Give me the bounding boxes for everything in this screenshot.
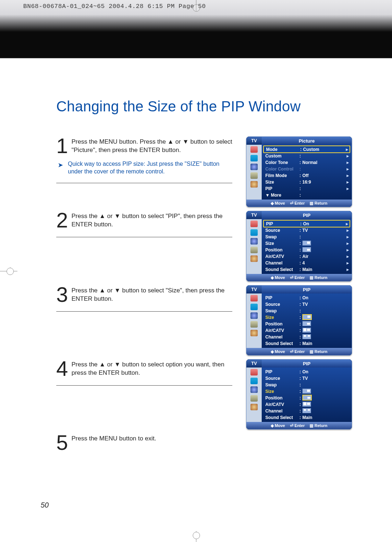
osd-menu-row: Color Control:▸ — [263, 166, 350, 172]
step-row: 5 Press the MENU button to exit. — [56, 433, 352, 452]
divider — [56, 311, 232, 312]
step-number: 1 — [56, 136, 69, 155]
crop-mark — [193, 532, 200, 539]
size-option-icon — [302, 334, 311, 339]
osd-menu: PIP:On Source:TV Swap: Size: Position: A… — [262, 293, 352, 348]
crop-mark — [193, 4, 200, 12]
osd-menu-row: Sound Select:Main — [263, 340, 350, 347]
osd-menu-row: Swap: — [263, 308, 350, 314]
osd-menu-row: Position: — [263, 321, 350, 327]
osd-menu-row: Channel: — [263, 408, 350, 414]
osd-tv-label: TV — [246, 211, 262, 219]
osd-menu-row: Air/CATV:Air▸ — [263, 253, 350, 260]
arrow-icon: ➤ — [58, 161, 63, 169]
osd-menu-row: Custom:▸ — [263, 153, 350, 159]
osd-menu-row: PIP:On▸ — [263, 220, 350, 227]
osd-menu-row: Air/CATV: — [263, 327, 350, 334]
divider — [56, 385, 232, 386]
osd-tv-label: TV — [246, 360, 262, 368]
size-option-icon — [302, 314, 312, 320]
page-number: 50 — [41, 501, 49, 509]
osd-menu-row: Sound Select:Main — [263, 414, 350, 421]
step-text: Press the ▲ or ▼ button to select "PIP",… — [72, 211, 232, 230]
osd-title: PIP — [262, 211, 352, 219]
osd-footer: ◆ Move⏎ Enter▥ Return — [246, 200, 352, 207]
osd-title: Picture — [262, 137, 352, 145]
size-option-icon — [302, 321, 311, 326]
osd-menu: PIP:On Source:TV Swap: Size: Position: A… — [262, 368, 352, 422]
step-number: 3 — [56, 285, 69, 304]
size-option-icon — [302, 241, 311, 246]
step-number: 2 — [56, 211, 69, 230]
osd-menu-row: PIP:▸ — [263, 185, 350, 192]
osd-tv-label: TV — [246, 286, 262, 293]
osd-menu-row: PIP:On — [263, 295, 350, 301]
osd-menu-row: Source:TV▸ — [263, 227, 350, 234]
step-row: 2 Press the ▲ or ▼ button to select "PIP… — [56, 211, 352, 282]
step-row: 3 Press the ▲ or ▼ button to select "Siz… — [56, 285, 352, 356]
osd-menu: PIP:On▸ Source:TV▸ Swap:▸ Size:▸ Positio… — [262, 219, 352, 274]
osd-panel: TVPIP PIP:On Source:TV Swap: Size: Posit… — [246, 285, 352, 356]
osd-panel: TVPicture Mode:Custom▸ Custom:▸ Color To… — [246, 136, 352, 207]
osd-menu-row: Swap:▸ — [263, 234, 350, 240]
osd-menu-row: Swap: — [263, 382, 350, 388]
osd-menu-row: Sound Select:Main▸ — [263, 266, 350, 273]
size-option-icon — [302, 389, 311, 394]
step-text: Press the ▲ or ▼ button to select option… — [72, 359, 232, 378]
osd-menu-row: Source:TV — [263, 375, 350, 382]
osd-title: PIP — [262, 286, 352, 293]
osd-menu-row: ▼ More: — [263, 192, 350, 198]
osd-menu-row: Size: — [263, 314, 350, 321]
step-text: Press the ▲ or ▼ button to select "Size"… — [72, 285, 232, 304]
osd-menu: Mode:Custom▸ Custom:▸ Color Tone:Normal▸… — [262, 145, 352, 200]
osd-menu-row: Source:TV — [263, 301, 350, 308]
osd-menu-row: Color Tone:Normal▸ — [263, 159, 350, 166]
osd-category-icons — [246, 293, 262, 348]
osd-menu-row: Position:▸ — [263, 247, 350, 253]
step-row: 4 Press the ▲ or ▼ button to select opti… — [56, 359, 352, 430]
osd-category-icons — [246, 219, 262, 274]
divider — [56, 183, 232, 183]
osd-menu-row: Size: — [263, 388, 350, 395]
osd-menu-row: Size:▸ — [263, 240, 350, 247]
osd-menu-row: Position: — [263, 395, 350, 401]
size-option-icon — [302, 408, 311, 413]
step-row: 1 Press the MENU button. Press the ▲ or … — [56, 136, 352, 207]
step-number: 5 — [56, 433, 69, 452]
osd-footer: ◆ Move⏎ Enter▥ Return — [246, 348, 352, 355]
size-option-icon — [302, 247, 311, 252]
osd-title: PIP — [262, 360, 352, 368]
print-header-band: BN68-00678A-01_024~65 2004.4.28 6:15 PM … — [0, 0, 392, 58]
osd-category-icons — [246, 145, 262, 200]
osd-menu-row: Air/CATV: — [263, 401, 350, 408]
osd-menu-row: Channel: — [263, 334, 350, 340]
crop-mark — [7, 268, 14, 275]
osd-tv-label: TV — [246, 137, 262, 145]
osd-panel: TVPIP PIP:On Source:TV Swap: Size: Posit… — [246, 359, 352, 430]
osd-menu-row: Mode:Custom▸ — [263, 145, 350, 153]
step-text: Press the MENU button to exit. — [72, 433, 156, 452]
osd-panel: TVPIP PIP:On▸ Source:TV▸ Swap:▸ Size:▸ P… — [246, 211, 352, 282]
divider — [56, 237, 232, 237]
size-option-icon — [302, 328, 311, 333]
osd-menu-row: Channel:4▸ — [263, 260, 350, 266]
size-option-icon — [302, 395, 312, 401]
osd-menu-row: Film Mode:Off▸ — [263, 172, 350, 179]
page-title: Changing the Size of the PIP Window — [56, 98, 352, 115]
osd-menu-row: Size:16:9▸ — [263, 179, 350, 185]
tip-text: ➤Quick way to access PIP size: Just pres… — [56, 160, 232, 176]
step-text: Press the MENU button. Press the ▲ or ▼ … — [72, 136, 232, 155]
osd-category-icons — [246, 368, 262, 422]
osd-footer: ◆ Move⏎ Enter▥ Return — [246, 422, 352, 429]
osd-menu-row: PIP:On — [263, 369, 350, 375]
print-header-text: BN68-00678A-01_024~65 2004.4.28 6:15 PM … — [23, 3, 206, 10]
size-option-icon — [302, 402, 311, 407]
step-number: 4 — [56, 359, 69, 378]
osd-footer: ◆ Move⏎ Enter▥ Return — [246, 274, 352, 281]
